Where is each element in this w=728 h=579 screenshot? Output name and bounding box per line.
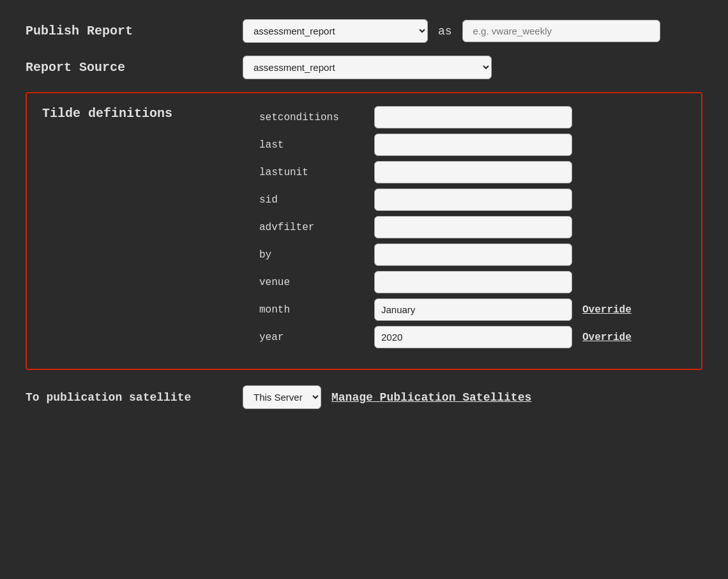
publication-satellite-label: To publication satellite [26,391,243,404]
tilde-row: by [259,243,632,266]
tilde-field-label-last: last [259,139,374,151]
tilde-input-by[interactable] [374,243,572,266]
tilde-field-label-setconditions: setconditions [259,112,374,123]
report-source-row: Report Source assessment_report [26,56,702,79]
tilde-field-label-advfilter: advfilter [259,222,374,233]
tilde-row: venue [259,271,632,293]
tilde-row: monthOverride [259,298,632,321]
tilde-input-year[interactable] [374,326,572,348]
tilde-input-advfilter[interactable] [374,216,572,238]
publish-report-row: Publish Report assessment_report as [26,19,702,43]
publish-report-select[interactable]: assessment_report [243,19,428,43]
tilde-input-sid[interactable] [374,189,572,211]
publish-report-label: Publish Report [26,24,243,38]
publication-satellite-select[interactable]: This Server [243,385,321,409]
tilde-field-label-year: year [259,332,374,343]
tilde-field-label-venue: venue [259,277,374,288]
tilde-input-lastunit[interactable] [374,161,572,183]
tilde-row: lastunit [259,161,632,183]
report-name-input[interactable] [462,20,660,42]
tilde-row: advfilter [259,216,632,238]
tilde-row: last [259,134,632,156]
tilde-field-label-sid: sid [259,194,374,206]
tilde-input-setconditions[interactable] [374,106,572,128]
as-label: as [438,25,452,38]
tilde-field-label-month: month [259,304,374,316]
tilde-row: setconditions [259,106,632,128]
tilde-input-month[interactable] [374,298,572,321]
tilde-title: Tilde definitions [42,106,259,121]
manage-satellites-link[interactable]: Manage Publication Satellites [331,391,531,404]
tilde-field-label-lastunit: lastunit [259,167,374,178]
report-source-label: Report Source [26,60,243,75]
tilde-fields: setconditionslastlastunitsidadvfilterbyv… [259,106,632,353]
tilde-row: sid [259,189,632,211]
override-link-month[interactable]: Override [582,304,632,316]
tilde-definitions-box: Tilde definitions setconditionslastlastu… [26,92,702,370]
override-link-year[interactable]: Override [582,332,632,343]
tilde-input-venue[interactable] [374,271,572,293]
tilde-row: yearOverride [259,326,632,348]
publication-satellite-row: To publication satellite This Server Man… [26,385,702,409]
tilde-input-last[interactable] [374,134,572,156]
tilde-field-label-by: by [259,249,374,261]
report-source-select[interactable]: assessment_report [243,56,492,79]
